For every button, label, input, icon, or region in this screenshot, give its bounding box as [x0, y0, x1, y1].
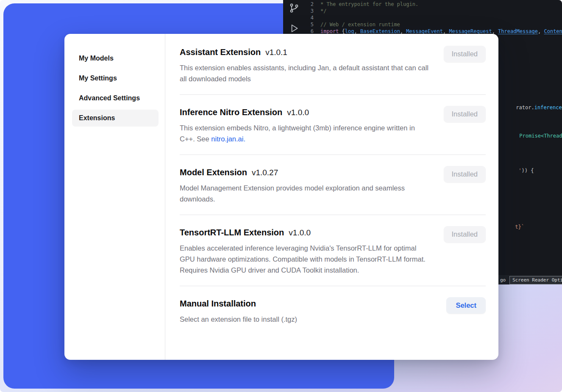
extension-row-model: Model Extension v1.0.27 Model Management…	[180, 155, 486, 215]
nitro-jan-ai-link[interactable]: nitro.jan.ai.	[211, 135, 245, 143]
extension-title: TensortRT-LLM Extension	[180, 228, 284, 237]
code-token: ContentType	[544, 28, 562, 35]
code-line: 3 */	[303, 8, 562, 14]
extension-title-row: Inference Nitro Extension v1.0.0	[180, 108, 486, 117]
code-line: 5 // Web / extension runtime	[303, 21, 562, 28]
extension-title: Assistant Extension	[180, 47, 261, 57]
extension-row-tensorrt-llm: TensortRT-LLM Extension v1.0.0 Enables a…	[180, 215, 486, 286]
code-fragment: t}`	[497, 217, 524, 237]
code-token: // Web / extension runtime	[320, 21, 400, 28]
sidebar-item-my-models[interactable]: My Models	[72, 50, 159, 67]
status-text: go	[500, 277, 506, 284]
extension-version: v1.0.0	[289, 228, 311, 237]
extensions-list: Assistant Extension v1.0.1 This extensio…	[165, 34, 498, 360]
code-token: */	[320, 8, 326, 14]
manual-installation-description: Select an extension file to install (.tg…	[180, 314, 430, 325]
run-icon	[289, 23, 300, 34]
code-fragment: rator.inference(data));	[498, 97, 562, 118]
extension-version: v1.0.0	[287, 108, 309, 117]
editor-activity-bar	[286, 3, 303, 34]
extension-title-row: Model Extension v1.0.27	[180, 168, 486, 177]
code-fragment: ')) {	[500, 160, 534, 181]
git-branch-icon	[289, 3, 300, 14]
settings-modal: My Models My Settings Advanced Settings …	[64, 34, 498, 360]
installed-button[interactable]: Installed	[444, 166, 486, 182]
extension-version: v1.0.1	[265, 48, 287, 57]
page: 2 * The entrypoint for the plugin. 3 */ …	[0, 0, 562, 392]
extension-title-row: TensortRT-LLM Extension v1.0.0	[180, 228, 486, 237]
sidebar-item-advanced-settings[interactable]: Advanced Settings	[72, 90, 159, 107]
manual-installation-title: Manual Installation	[180, 299, 256, 309]
code-token: ThreadMessage	[498, 28, 538, 35]
code-line: 2 * The entrypoint for the plugin.	[303, 1, 562, 8]
extension-title-row: Manual Installation	[180, 299, 486, 309]
extension-description: Enables accelerated inference leveraging…	[180, 243, 430, 276]
installed-button[interactable]: Installed	[444, 226, 486, 243]
installed-button[interactable]: Installed	[444, 46, 486, 62]
extension-title: Model Extension	[180, 168, 247, 177]
sidebar-item-extensions[interactable]: Extensions	[72, 110, 159, 127]
extension-description: Model Management Extension provides mode…	[180, 182, 430, 204]
sidebar-item-my-settings[interactable]: My Settings	[72, 70, 159, 87]
settings-sidebar: My Models My Settings Advanced Settings …	[64, 34, 165, 360]
extension-title: Inference Nitro Extension	[180, 108, 282, 117]
extension-row-inference-nitro: Inference Nitro Extension v1.0.0 This ex…	[180, 94, 486, 155]
installed-button[interactable]: Installed	[444, 106, 486, 122]
extension-description: This extension enables assistants, inclu…	[180, 62, 430, 84]
select-button[interactable]: Select	[446, 297, 486, 314]
extension-title-row: Assistant Extension v1.0.1	[180, 47, 486, 57]
extension-version: v1.0.27	[252, 168, 278, 177]
extension-row-assistant: Assistant Extension v1.0.1 This extensio…	[180, 36, 486, 94]
code-line: 4	[303, 14, 562, 21]
code-token: * The entrypoint for the plugin.	[320, 1, 418, 8]
code-fragment: Promise<ThreadMessage>	[501, 126, 562, 146]
code-token: ,	[538, 28, 544, 35]
screen-reader-badge: Screen Reader Optimize	[509, 276, 562, 284]
extension-description: This extension embeds Nitro, a lightweig…	[180, 122, 430, 144]
manual-installation-row: Manual Installation Select an extension …	[180, 286, 486, 335]
code-lines: 2 * The entrypoint for the plugin. 3 */ …	[303, 1, 562, 35]
